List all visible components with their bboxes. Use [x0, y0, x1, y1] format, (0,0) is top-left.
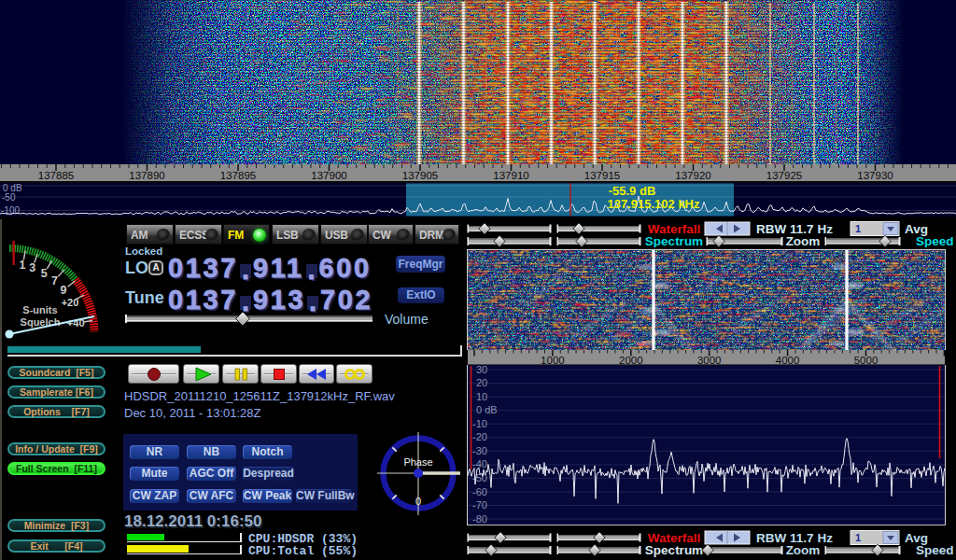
- svg-text:-30: -30: [472, 445, 487, 456]
- svg-text:5000: 5000: [854, 355, 879, 366]
- svg-text:20: 20: [476, 377, 487, 388]
- svg-text:Spectrum: Spectrum: [645, 543, 703, 557]
- svg-text:0: 0: [415, 496, 421, 507]
- svg-text:10: 10: [476, 391, 487, 402]
- svg-text:137885: 137885: [38, 170, 74, 181]
- svg-text:137920: 137920: [675, 170, 710, 181]
- svg-text:-60: -60: [472, 486, 487, 497]
- svg-text:-80: -80: [472, 513, 487, 525]
- svg-text:Phase: Phase: [403, 456, 432, 468]
- svg-text:137900: 137900: [311, 170, 346, 181]
- svg-text:-50: -50: [2, 192, 16, 203]
- svg-text:3: 3: [29, 261, 35, 274]
- svg-text:1: 1: [855, 223, 861, 234]
- svg-text:137925: 137925: [766, 170, 802, 181]
- svg-text:137.915.102 kHz: 137.915.102 kHz: [607, 197, 700, 211]
- svg-text:Spectrum: Spectrum: [645, 234, 703, 247]
- svg-text:137905: 137905: [402, 170, 438, 181]
- svg-text:1: 1: [20, 259, 26, 272]
- svg-text:+20: +20: [62, 297, 79, 308]
- svg-text:7: 7: [51, 274, 58, 287]
- svg-text:3000: 3000: [697, 355, 722, 366]
- svg-text:137910: 137910: [493, 170, 528, 181]
- svg-text:0 dB: 0 dB: [476, 404, 498, 415]
- svg-text:S-units: S-units: [22, 304, 57, 315]
- svg-text:137890: 137890: [129, 170, 164, 181]
- svg-text:-70: -70: [472, 499, 487, 511]
- svg-text:4000: 4000: [776, 355, 800, 366]
- svg-text:137915: 137915: [584, 170, 620, 181]
- svg-text:30: 30: [476, 365, 487, 375]
- svg-text:9: 9: [60, 284, 66, 297]
- svg-text:-20: -20: [472, 431, 487, 442]
- svg-text:-55.9 dB: -55.9 dB: [609, 184, 656, 198]
- svg-text:-10: -10: [472, 418, 487, 429]
- svg-text:Speed: Speed: [916, 543, 954, 557]
- svg-text:2000: 2000: [619, 355, 643, 366]
- svg-text:5: 5: [41, 267, 48, 280]
- svg-text:Speed: Speed: [916, 234, 954, 247]
- svg-text:137930: 137930: [857, 170, 893, 181]
- svg-text:137895: 137895: [220, 170, 256, 181]
- svg-text:Zoom: Zoom: [786, 234, 821, 247]
- svg-text:1000: 1000: [541, 355, 565, 366]
- svg-text:Zoom: Zoom: [786, 543, 821, 557]
- svg-text:1: 1: [855, 532, 861, 543]
